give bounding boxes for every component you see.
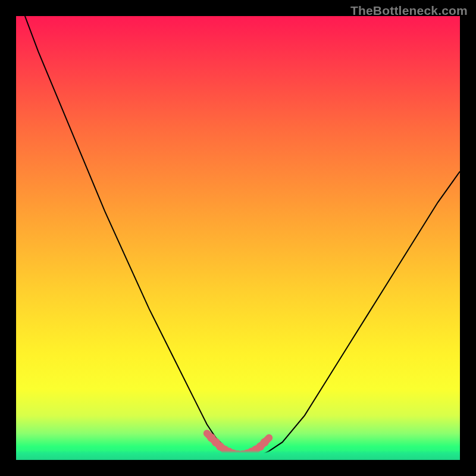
bottleneck-curve [25, 16, 460, 456]
highlight-marker [266, 435, 272, 441]
chart-frame: TheBottleneck.com [0, 0, 476, 476]
bottom-green-band [16, 450, 460, 460]
plot-area [16, 16, 460, 460]
chart-svg [16, 16, 460, 460]
